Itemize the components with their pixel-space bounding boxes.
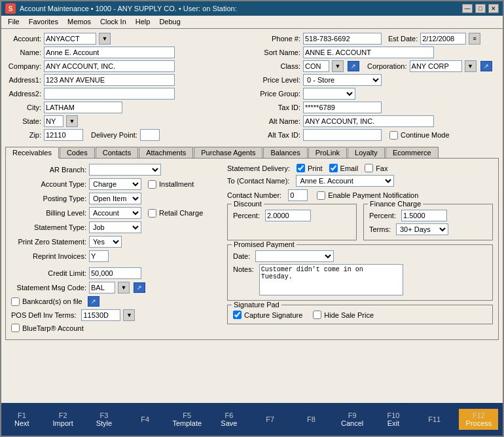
tax-id-label: Tax ID: [255,104,300,111]
credit-limit-input[interactable] [89,267,141,279]
tab-receivables[interactable]: Receivables [5,147,59,159]
bankcard-lookup-btn[interactable]: ↗ [88,296,99,307]
name-label: Name: [5,48,41,56]
discount-percent-input[interactable] [265,210,311,221]
footer-btn-f10[interactable]: F10 Exit [377,409,410,430]
menu-memos[interactable]: Memos [63,17,95,27]
tab-loyalty[interactable]: Loyalty [348,147,385,158]
print-zero-select[interactable]: Yes [89,236,122,248]
tab-balances[interactable]: Balances [263,147,307,158]
stmt-msg-input[interactable] [89,282,115,294]
tab-codes[interactable]: Codes [60,147,95,158]
account-input[interactable] [44,33,96,45]
alt-name-input[interactable] [303,115,434,127]
class-lookup-btn[interactable]: ↗ [348,61,359,71]
city-label: City: [5,104,41,111]
tab-contacts[interactable]: Contacts [96,147,138,158]
enable-payment-checkbox[interactable] [317,191,325,200]
class-input[interactable] [303,60,329,72]
sort-name-input[interactable] [303,47,434,58]
state-dropdown-btn[interactable]: ▼ [66,115,78,127]
menu-clockin[interactable]: Clock In [96,17,130,27]
bankcard-label: Bankcard(s) on file [22,297,82,305]
capture-signature-checkbox[interactable] [233,311,242,319]
promised-notes-textarea[interactable] [259,264,403,295]
billing-level-select[interactable]: Account [89,207,141,219]
account-type-label: Account Type: [11,180,86,188]
est-date-label: Est Date: [388,35,418,43]
pos-defl-input[interactable] [81,309,120,321]
company-label: Company: [5,62,41,70]
close-button[interactable]: ✕ [488,4,499,13]
corporation-dropdown-btn[interactable]: ▼ [465,60,477,72]
phone-input[interactable] [303,33,382,45]
company-input[interactable] [44,60,175,72]
installment-checkbox[interactable] [148,180,156,189]
window-title: Account Maintenance • 1000 - ANY SUPPLY … [20,5,237,12]
tab-purchase-agents[interactable]: Purchase Agents [194,147,262,158]
footer-btn-f11[interactable]: F11 [418,413,451,426]
footer-btn-f7[interactable]: F7 [254,413,287,426]
stmt-msg-dropdown-btn[interactable]: ▼ [118,282,130,294]
est-date-input[interactable] [420,33,466,45]
bluetarp-checkbox[interactable] [11,324,20,332]
maximize-button[interactable]: □ [475,4,486,13]
menu-debug[interactable]: Debug [155,17,184,27]
price-level-select[interactable]: 0 - Store [303,74,382,86]
tab-attachments[interactable]: Attachments [139,147,193,158]
alt-tax-id-input[interactable] [303,129,382,141]
print-checkbox[interactable] [297,164,305,172]
name-input[interactable] [44,47,175,58]
footer-btn-f2[interactable]: F2 Import [46,409,79,430]
email-checkbox[interactable] [329,164,338,172]
tax-id-input[interactable] [303,102,382,113]
delivery-point-input[interactable] [140,129,160,141]
menu-file[interactable]: File [4,17,24,27]
footer-btn-f1[interactable]: F1 Next [5,409,38,430]
posting-type-select[interactable]: Open Item [89,193,141,204]
footer-btn-f9[interactable]: F9 Cancel [336,409,369,430]
account-dropdown-btn[interactable]: ▼ [99,33,111,45]
contact-number-input[interactable] [288,189,308,201]
menu-favorites[interactable]: Favorites [25,17,62,27]
credit-limit-label: Credit Limit: [11,269,86,277]
pos-defl-dropdown-btn[interactable]: ▼ [123,309,135,321]
est-date-cal-btn[interactable]: ≡ [469,33,480,45]
state-input[interactable] [44,115,63,127]
state-label: State: [5,117,41,125]
reprint-input[interactable] [89,250,109,262]
corporation-input[interactable] [410,60,462,72]
ar-branch-select[interactable] [89,164,161,176]
finance-percent-input[interactable] [401,210,447,221]
tab-prolink[interactable]: ProLink [308,147,347,158]
promised-date-select[interactable] [255,250,334,262]
footer-btn-f6[interactable]: F6 Save [213,409,245,430]
address2-input[interactable] [44,88,175,100]
hide-sale-price-checkbox[interactable] [313,311,321,319]
statement-type-select[interactable]: Job [89,221,141,233]
continue-mode-label: Continue Mode [401,131,450,139]
class-dropdown-btn[interactable]: ▼ [332,60,344,72]
continue-mode-checkbox[interactable] [389,131,398,140]
to-contact-select[interactable]: Anne E. Account [296,175,394,187]
account-type-select[interactable]: Charge [89,178,141,190]
footer-btn-f12[interactable]: F12 Process [459,409,498,430]
reprint-label: Reprint Invoices: [11,252,86,260]
footer-btn-f5[interactable]: F5 Template [170,409,204,430]
retail-charge-checkbox[interactable] [148,209,156,218]
terms-select[interactable]: 30+ Days [396,223,448,235]
price-group-select[interactable] [303,88,355,100]
minimize-button[interactable]: — [462,4,473,13]
footer-btn-f8[interactable]: F8 [295,413,327,426]
city-input[interactable] [44,102,122,113]
zip-input[interactable] [44,129,83,141]
footer-btn-f3[interactable]: F3 Style [88,409,120,430]
corporation-lookup-btn[interactable]: ↗ [480,61,492,71]
address1-input[interactable] [44,74,175,86]
menu-help[interactable]: Help [132,17,154,27]
bankcard-checkbox[interactable] [11,297,20,306]
footer-btn-f4[interactable]: F4 [129,413,162,426]
stmt-msg-lookup-btn[interactable]: ↗ [134,282,145,293]
fax-checkbox[interactable] [365,164,373,172]
tab-ecommerce[interactable]: Ecommerce [386,147,439,158]
